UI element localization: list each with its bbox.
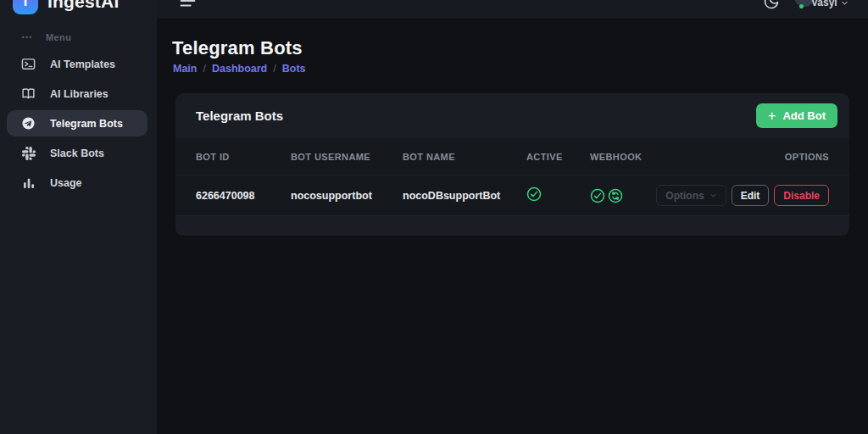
bots-table: BOT ID BOT USERNAME BOT NAME ACTIVE WEBH… (175, 138, 849, 215)
sidebar-section-label: Menu (46, 32, 71, 42)
bar-chart-icon (21, 175, 36, 190)
user-name: Vasyl (811, 0, 837, 8)
table-row: 6266470098 nocosupportbot nocoDBsupportB… (175, 175, 849, 215)
sidebar-item-label: Slack Bots (50, 147, 104, 159)
sidebar: I IngestAI ⋯ Menu AI Templates AI Librar… (0, 0, 157, 434)
col-header-options: OPTIONS (785, 152, 829, 162)
cell-active (526, 186, 590, 204)
sidebar-item-telegram-bots[interactable]: Telegram Bots (7, 110, 147, 136)
slack-icon (21, 146, 36, 160)
edit-button[interactable]: Edit (732, 185, 770, 206)
check-circle-icon (590, 188, 605, 203)
options-dropdown-button[interactable]: Options (656, 185, 726, 206)
sidebar-item-label: Telegram Bots (50, 118, 123, 130)
sidebar-nav: AI Templates AI Libraries Telegram Bots … (7, 51, 147, 199)
app-name: IngestAI (47, 0, 119, 12)
sidebar-item-slack-bots[interactable]: Slack Bots (7, 140, 147, 166)
plus-icon: + (768, 109, 776, 123)
book-icon (21, 86, 36, 101)
logo-icon: I (13, 0, 38, 14)
col-header-webhook: WEBHOOK (590, 152, 642, 162)
breadcrumb-separator: / (203, 63, 205, 75)
col-header-active: ACTIVE (526, 152, 590, 162)
card-footer (175, 215, 849, 236)
telegram-icon (21, 116, 36, 131)
card-title: Telegram Bots (196, 108, 283, 123)
breadcrumb-main[interactable]: Main (173, 63, 197, 75)
user-menu[interactable]: Vasyl (811, 0, 849, 8)
add-bot-button[interactable]: + Add Bot (756, 103, 837, 128)
sidebar-item-ai-templates[interactable]: AI Templates (7, 51, 147, 77)
topbar: Vasyl (157, 0, 868, 19)
check-circle-icon (526, 186, 542, 202)
col-header-bot-name: BOT NAME (403, 152, 526, 162)
moon-icon[interactable] (763, 0, 780, 14)
app-window: I IngestAI ⋯ Menu AI Templates AI Librar… (0, 0, 868, 434)
card-header: Telegram Bots + Add Bot (175, 93, 849, 138)
options-label: Options (665, 190, 704, 202)
cell-bot-name: nocoDBsupportBot (403, 190, 526, 202)
chevron-down-icon (709, 192, 717, 199)
telegram-bots-card: Telegram Bots + Add Bot BOT ID BOT USERN… (175, 93, 849, 236)
terminal-icon (21, 57, 36, 71)
page-title: Telegram Bots (172, 37, 303, 59)
col-header-bot-id: BOT ID (196, 152, 291, 162)
online-status-dot (799, 4, 804, 8)
add-bot-label: Add Bot (782, 109, 826, 122)
sidebar-item-label: AI Templates (50, 58, 115, 70)
sidebar-item-usage[interactable]: Usage (7, 170, 147, 196)
chevron-down-icon (841, 0, 849, 7)
sidebar-section: ⋯ Menu (21, 31, 71, 43)
disable-button[interactable]: Disable (774, 185, 829, 206)
breadcrumb-separator: / (273, 63, 275, 75)
sidebar-item-label: AI Libraries (50, 88, 108, 100)
row-actions: Options Edit Disable (656, 185, 829, 206)
table-header-row: BOT ID BOT USERNAME BOT NAME ACTIVE WEBH… (175, 138, 849, 175)
menu-fold-icon[interactable] (180, 0, 196, 11)
cell-bot-id: 6266470098 (196, 190, 291, 202)
cell-bot-username: nocosupportbot (291, 190, 403, 202)
app-logo[interactable]: I IngestAI (13, 0, 119, 14)
breadcrumb-dashboard[interactable]: Dashboard (212, 63, 267, 75)
sync-circle-icon[interactable] (608, 188, 623, 203)
ellipsis-icon: ⋯ (21, 31, 33, 43)
sidebar-item-label: Usage (50, 177, 82, 189)
col-header-bot-username: BOT USERNAME (291, 152, 403, 162)
breadcrumb: Main / Dashboard / Bots (173, 63, 306, 75)
breadcrumb-bots[interactable]: Bots (282, 63, 306, 75)
sidebar-item-ai-libraries[interactable]: AI Libraries (7, 81, 147, 107)
cell-webhook (590, 188, 656, 203)
